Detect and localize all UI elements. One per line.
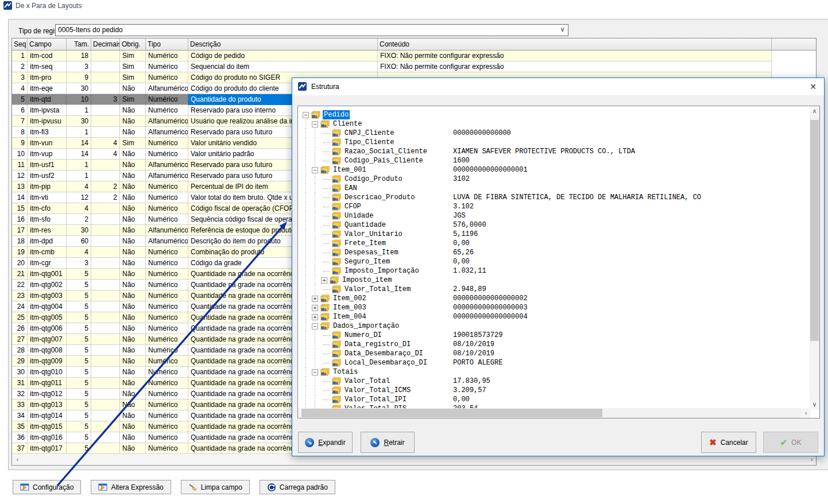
tree-vertical-scrollbar[interactable]: ∧ ∨ [810,106,819,409]
vertical-scroll-thumb[interactable] [810,120,819,341]
tree-node[interactable]: Seguro_Item0,00 [298,257,810,266]
tree-node[interactable]: − Totais [298,367,810,377]
tree-node[interactable]: UnidadeJGS [298,211,810,220]
tree-node[interactable]: Tipo_Cliente [298,138,810,147]
scroll-down-icon[interactable]: ∨ [810,400,819,409]
tree-node[interactable]: CNPJ_Cliente00000000000000 [298,129,810,138]
expand-box-icon[interactable]: + [321,277,327,284]
altera-expressao-button[interactable]: Altera Expressão [91,480,171,494]
record-type-combobox[interactable]: 0005-Itens do pedido ∨ [55,24,568,36]
tree-node[interactable]: − Pedido [298,110,810,119]
column-header[interactable]: Descrição [188,38,378,50]
tree-connector [323,225,330,226]
tree-node[interactable]: Valor_Total_ICMS3.209,57 [298,386,810,395]
tree-node[interactable]: Valor_Unitario5,1196 [298,230,810,239]
tree-connector [323,234,330,235]
folder-node-icon [331,203,341,211]
tree-node[interactable]: Razao_Social_ClienteXIAMEN SAFEVER PROTE… [298,147,810,156]
chevron-down-icon[interactable]: ∨ [560,25,565,33]
tree-node[interactable]: − Cliente [298,119,810,129]
cell-seq: 33 [12,400,28,410]
carrega-padrao-button[interactable]: Carrega padrão [260,480,335,494]
cell-seq: 20 [12,258,28,269]
tree-node[interactable]: Valor_Total_IPI0,00 [298,395,810,404]
cell-obrig: Não [120,225,146,236]
horizontal-scroll-thumb[interactable] [301,409,602,417]
tree-node[interactable]: Data_Desembaraço_DI08/10/2019 [298,349,810,358]
tree-node[interactable]: + Imposto_item [298,276,810,285]
cell-dec [91,280,120,290]
cell-seq: 27 [12,334,28,345]
tree-node[interactable]: − Dados_importação [298,321,810,331]
tree-node[interactable]: EAN [298,184,810,193]
limpa-campo-button[interactable]: Limpa campo [181,480,250,494]
tree-node[interactable]: − Item_001000000000000000001 [298,165,810,175]
cell-obrig: Sim [120,138,146,149]
tree-connector [323,253,330,253]
cell-campo: itm-res [28,225,67,236]
column-header[interactable]: Seq [12,38,28,50]
column-header[interactable]: Decimais [91,38,120,50]
column-header[interactable]: Campo [28,38,67,50]
cell-campo: itm-qtg013 [28,400,67,410]
tree-connector [323,243,330,244]
tree-node[interactable]: Valor_Total_Item2.948,89 [298,285,810,294]
cell-tam: 10 [67,94,91,105]
cancelar-button[interactable]: ✖ Cancelar [701,432,756,453]
cell-obrig: Não [120,203,146,214]
tree-node[interactable]: + Item_003000000000000000003 [298,303,810,312]
tree-node[interactable]: + Item_004000000000000000004 [298,312,810,321]
column-header[interactable]: Tipo [146,38,188,50]
dialog-titlebar[interactable]: Estrutura ✕ [292,78,824,95]
tree-node[interactable]: Descricao_ProdutoLUVA DE FIBRA SINTETICA… [298,193,810,202]
column-header[interactable]: Conteúdo [378,38,772,50]
configuracao-button[interactable]: Configuração [13,480,81,494]
tree-node[interactable]: Codigo_Pais_Cliente1600 [298,156,810,165]
tree-node[interactable]: Valor_Total17.830,95 [298,377,810,386]
ok-button[interactable]: ✔ OK [763,432,818,453]
scroll-left-icon[interactable]: ‹ [13,455,22,464]
expandir-button[interactable]: ↘ Expandir [298,432,353,453]
cell-tipo: Numérico [146,334,188,345]
cell-obrig: Não [120,116,146,127]
tree-node-label: Numero_DI [343,331,383,340]
close-icon[interactable]: ✕ [807,80,819,93]
collapse-box-icon[interactable]: − [312,323,318,329]
collapse-box-icon[interactable]: − [312,167,318,173]
expand-box-icon[interactable]: + [312,296,318,302]
tree-node[interactable]: Despesas_Item65,26 [298,248,810,257]
tree-node[interactable]: CFOP3.102 [298,202,810,211]
collapse-box-icon[interactable]: − [312,369,318,375]
retrair-button[interactable]: ↖ Retrair [361,432,415,453]
tree-node[interactable]: Data_registro_DI08/10/2019 [298,340,810,349]
tree-node[interactable]: Codigo_Produto3102 [298,175,810,184]
tree-node[interactable]: Numero_DI190018573729 [298,331,810,340]
scroll-right-icon[interactable]: › [801,408,811,418]
cell-dec [91,127,120,138]
tree-node[interactable]: Imposto_Importação1.032,11 [298,266,810,276]
expand-box-icon[interactable]: + [312,305,318,311]
tree-node[interactable]: Quantidade576,0000 [298,220,810,230]
collapse-box-icon[interactable]: − [312,121,318,127]
column-header[interactable]: Tam. [67,38,91,50]
tree-horizontal-scrollbar[interactable]: ‹ › [298,408,811,418]
column-header[interactable]: Obrig. [120,38,146,50]
tree-node[interactable]: Frete_Item0,00 [298,239,810,248]
table-row[interactable]: 2itm-seq3SimNuméricoSequencial do itemFI… [12,61,772,72]
tree-node[interactable]: + Item_002000000000000000002 [298,294,810,303]
tree-connector [323,262,330,262]
expand-box-icon[interactable]: + [312,314,318,320]
cell-desc: Código de pedido [188,51,378,61]
tree-node-label: CFOP [343,202,362,211]
cell-campo: itm-dpd [28,236,67,247]
tree-node-value: 17.830,95 [453,377,490,386]
tree-node-label: Tipo_Cliente [343,138,395,147]
tree-node[interactable]: Local_Desembaraço_DIPORTO ALEGRE [298,358,810,367]
cell-campo: itm-qtg006 [28,323,67,334]
collapse-box-icon[interactable]: − [303,112,309,118]
tree-node-label: Valor_Total_IPI [343,395,408,404]
scroll-up-icon[interactable]: ∧ [810,106,819,116]
tree-node-label: Pedido [323,110,350,119]
cell-tam: 5 [67,334,91,345]
table-row[interactable]: 1itm-cod18SimNuméricoCódigo de pedidoFIX… [12,51,772,61]
